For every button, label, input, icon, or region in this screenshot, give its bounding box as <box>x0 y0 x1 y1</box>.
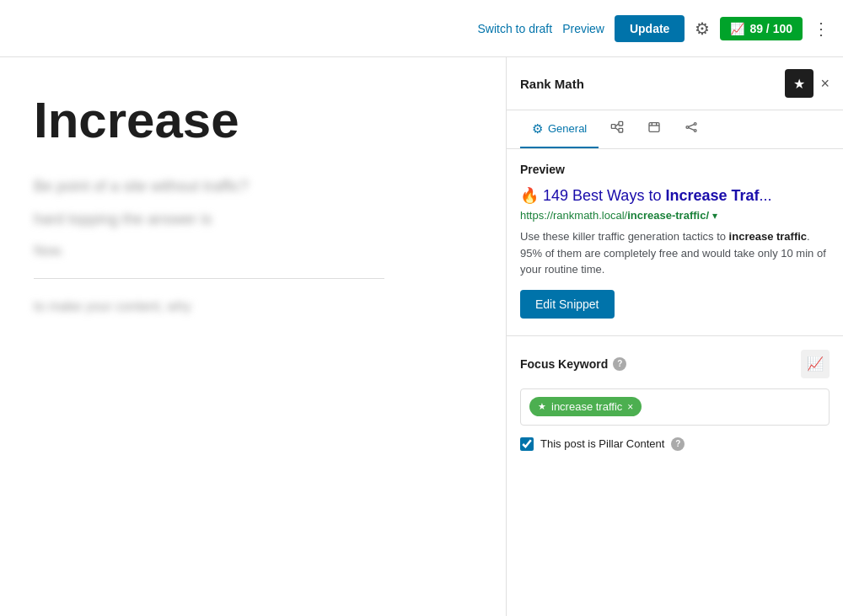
content-divider <box>34 278 384 279</box>
tab-schema[interactable] <box>636 110 673 148</box>
preview-section-title: Preview <box>520 163 830 176</box>
switch-to-draft-button[interactable]: Switch to draft <box>477 22 552 35</box>
schema-tab-icon <box>647 121 661 137</box>
svg-point-10 <box>695 123 697 126</box>
rankmath-title: Rank Math <box>520 77 584 91</box>
keyword-remove-icon: × <box>627 401 633 413</box>
top-bar: Switch to draft Preview Update ⚙ 📈 89 / … <box>0 0 843 57</box>
url-dropdown-arrow[interactable]: ▾ <box>712 210 717 222</box>
keyword-input-container[interactable]: ★ increase traffic × <box>520 388 830 426</box>
keyword-star-icon: ★ <box>538 401 546 412</box>
advanced-tab-icon <box>685 121 698 137</box>
post-title: Increase <box>34 91 472 149</box>
preview-url-bold: increase-traffic/ <box>627 209 709 222</box>
tab-advanced[interactable] <box>673 110 710 148</box>
blurred-paragraph-1: Be point of a site without traffic? <box>34 174 472 199</box>
preview-button[interactable]: Preview <box>562 22 604 35</box>
settings-gear-button[interactable]: ⚙ <box>695 19 710 39</box>
more-options-button[interactable]: ⋮ <box>813 19 830 39</box>
svg-rect-5 <box>649 123 659 132</box>
rankmath-header-actions: ★ × <box>785 69 830 98</box>
svg-rect-0 <box>612 125 616 129</box>
svg-line-13 <box>689 128 695 131</box>
focus-keyword-help-icon[interactable]: ? <box>613 357 626 371</box>
general-tab-icon: ⚙ <box>532 121 543 137</box>
trend-up-icon: 📈 <box>730 22 744 35</box>
preview-seo-title[interactable]: 🔥 149 Best Ways to Increase Traf... <box>520 186 830 206</box>
preview-card: 🔥 149 Best Ways to Increase Traf... http… <box>520 186 830 319</box>
ellipsis-icon: ⋮ <box>813 19 830 39</box>
seo-score-badge[interactable]: 📈 89 / 100 <box>720 17 803 40</box>
rankmath-body: Preview 🔥 149 Best Ways to Increase Traf… <box>507 149 843 616</box>
analytics-button[interactable]: 📈 <box>801 350 830 378</box>
focus-keyword-label: Focus Keyword <box>520 357 608 371</box>
rankmath-tabs: ⚙ General <box>507 110 843 149</box>
preview-title-emoji: 🔥 149 Best Ways to <box>520 187 665 204</box>
preview-url-base: https://rankmath.local/increase-traffic/ <box>520 209 709 222</box>
keyword-remove-button[interactable]: × <box>627 401 633 413</box>
preview-title-ellipsis: ... <box>759 187 771 204</box>
svg-line-12 <box>689 125 695 127</box>
rankmath-close-button[interactable]: × <box>820 75 830 93</box>
update-button[interactable]: Update <box>615 15 685 42</box>
pillar-content-checkbox[interactable] <box>520 437 534 451</box>
preview-section: Preview 🔥 149 Best Ways to Increase Traf… <box>507 149 843 336</box>
analytics-icon: 📈 <box>807 356 824 372</box>
preview-desc-text1: Use these killer traffic generation tact… <box>520 230 729 243</box>
blurred-paragraph-4: to make your content, why <box>34 296 472 318</box>
svg-point-11 <box>695 130 697 132</box>
preview-desc-bold: increase traffic <box>729 230 808 243</box>
preview-url-row: https://rankmath.local/increase-traffic/… <box>520 209 830 222</box>
edit-snippet-button[interactable]: Edit Snippet <box>520 290 615 319</box>
svg-rect-2 <box>619 128 623 132</box>
general-tab-label: General <box>548 122 587 135</box>
star-icon: ★ <box>793 76 805 92</box>
svg-rect-1 <box>619 121 623 126</box>
rankmath-star-button[interactable]: ★ <box>785 69 813 98</box>
preview-description: Use these killer traffic generation tact… <box>520 228 830 278</box>
keyword-tag: ★ increase traffic × <box>529 397 642 416</box>
score-value: 89 / 100 <box>749 22 792 35</box>
tab-general[interactable]: ⚙ General <box>520 111 599 148</box>
rankmath-header: Rank Math ★ × <box>507 57 843 110</box>
focus-keyword-header: Focus Keyword ? 📈 <box>520 350 830 378</box>
focus-keyword-title-row: Focus Keyword ? <box>520 357 626 371</box>
preview-title-bold: Increase Traf <box>665 187 759 204</box>
editor-area: Increase Be point of a site without traf… <box>0 57 506 616</box>
rankmath-sidebar: Rank Math ★ × ⚙ General <box>506 57 843 616</box>
gear-icon: ⚙ <box>695 19 710 39</box>
pillar-help-icon[interactable]: ? <box>671 437 685 451</box>
blurred-paragraph-3: Now. <box>34 240 472 262</box>
keyword-text: increase traffic <box>551 400 622 413</box>
social-tab-icon <box>610 121 624 137</box>
focus-keyword-section: Focus Keyword ? 📈 ★ increase traffic × <box>507 336 843 468</box>
blurred-paragraph-2: hard topping the answer is <box>34 207 472 232</box>
pillar-content-label: This post is Pillar Content <box>540 437 664 450</box>
close-icon: × <box>820 75 830 93</box>
pillar-content-row: This post is Pillar Content ? <box>520 437 830 451</box>
tab-social[interactable] <box>599 110 636 148</box>
svg-point-9 <box>686 126 689 129</box>
